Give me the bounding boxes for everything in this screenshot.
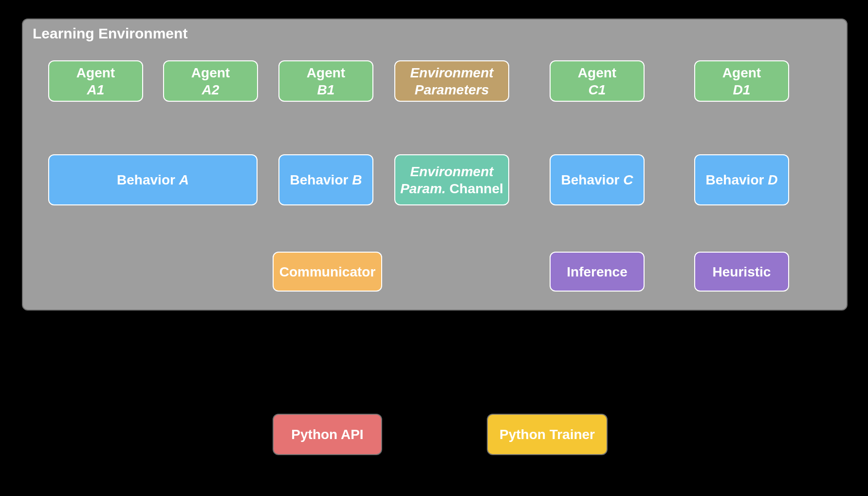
agent-a2: AgentA2: [163, 60, 258, 102]
agent-d1: AgentD1: [694, 60, 789, 102]
environment-param-channel: EnvironmentParam. Channel: [394, 154, 509, 205]
python-trainer: Python Trainer: [487, 414, 608, 455]
svg-point-11: [389, 430, 397, 438]
communicator: Communicator: [273, 252, 382, 292]
inference: Inference: [550, 252, 645, 292]
agent-b1: AgentB1: [278, 60, 373, 102]
behavior-b: Behavior B: [278, 154, 373, 205]
behavior-a: Behavior A: [48, 154, 258, 205]
agent-c1: AgentC1: [550, 60, 645, 102]
edge-python-api-to-python-trainer: [381, 426, 490, 442]
panel-title: Learning Environment: [33, 25, 187, 42]
python-api: Python API: [273, 414, 382, 455]
environment-parameters: EnvironmentParameters: [394, 60, 509, 102]
behavior-d: Behavior D: [694, 154, 789, 205]
heuristic: Heuristic: [694, 252, 789, 292]
behavior-c: Behavior C: [550, 154, 645, 205]
diagram-stage: Learning Environment AgentA1 AgentA2 Age…: [0, 0, 868, 496]
agent-a1: AgentA1: [48, 60, 143, 102]
